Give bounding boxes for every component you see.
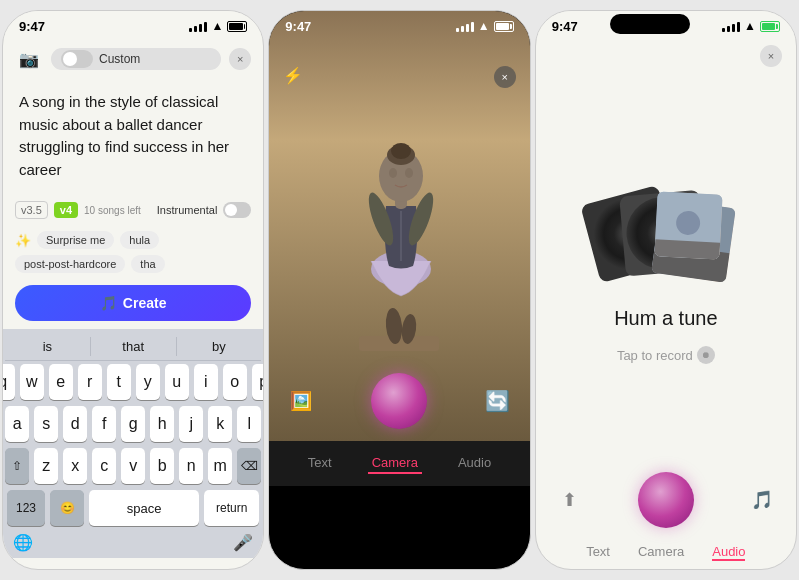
battery-icon-3 [760, 21, 780, 32]
key-m[interactable]: m [208, 448, 232, 484]
key-space[interactable]: space [89, 490, 199, 526]
signal-icon-3 [722, 20, 740, 32]
instrumental-toggle[interactable] [223, 202, 251, 218]
key-c[interactable]: c [92, 448, 116, 484]
phone-hum-tune: 9:47 ▲ × [535, 10, 797, 570]
ballet-dancer-statue [329, 51, 469, 371]
key-a[interactable]: a [5, 406, 29, 442]
tag-tha[interactable]: tha [131, 255, 164, 273]
time-1: 9:47 [19, 19, 45, 34]
key-shift[interactable]: ⇧ [5, 448, 29, 484]
key-t[interactable]: t [107, 364, 131, 400]
key-f[interactable]: f [92, 406, 116, 442]
battery-icon-2 [494, 21, 514, 32]
tab-camera-hum[interactable]: Camera [638, 544, 684, 561]
key-r[interactable]: r [78, 364, 102, 400]
photo-graphic-2 [654, 191, 722, 259]
key-k[interactable]: k [208, 406, 232, 442]
status-icons-3: ▲ [722, 19, 780, 33]
key-numbers[interactable]: 123 [7, 490, 45, 526]
signal-icon-1 [189, 20, 207, 32]
upload-button[interactable]: ⬆ [552, 482, 588, 518]
tap-to-record-hint: Tap to record ⏺ [617, 346, 715, 364]
key-g[interactable]: g [121, 406, 145, 442]
key-u[interactable]: u [165, 364, 189, 400]
tag-hula[interactable]: hula [120, 231, 159, 249]
media-stack [601, 173, 731, 283]
wifi-icon-2: ▲ [478, 19, 490, 33]
record-button-large[interactable] [638, 472, 694, 528]
key-l[interactable]: l [237, 406, 261, 442]
key-return[interactable]: return [204, 490, 259, 526]
suggestion-that[interactable]: that [91, 337, 177, 356]
key-j[interactable]: j [179, 406, 203, 442]
hum-close-button[interactable]: × [760, 45, 782, 67]
key-b[interactable]: b [150, 448, 174, 484]
key-i[interactable]: i [194, 364, 218, 400]
key-e[interactable]: e [49, 364, 73, 400]
tab-camera[interactable]: Camera [368, 453, 422, 474]
key-d[interactable]: d [63, 406, 87, 442]
phone3-bottom-controls: ⬆ 🎵 [536, 464, 796, 540]
keyboard-extra-row: 🌐 🎤 [5, 529, 261, 556]
v4-badge[interactable]: v4 [54, 202, 78, 218]
phone2-bottom: Text Camera Audio [269, 441, 529, 486]
globe-icon[interactable]: 🌐 [13, 533, 33, 552]
tab-audio-hum[interactable]: Audio [712, 544, 745, 561]
key-y[interactable]: y [136, 364, 160, 400]
key-o[interactable]: o [223, 364, 247, 400]
keyboard: is that by q w e r t y u i o p a s d [3, 329, 263, 558]
music-note-button[interactable]: 🎵 [744, 482, 780, 518]
gallery-button[interactable]: 🖼️ [285, 385, 317, 417]
microphone-icon[interactable]: 🎤 [233, 533, 253, 552]
camera-viewfinder: 🖼️ 🔄 [269, 11, 529, 441]
songs-left-text: 10 songs left [84, 205, 141, 216]
shutter-button[interactable] [371, 373, 427, 429]
time-2: 9:47 [285, 19, 311, 34]
key-v[interactable]: v [121, 448, 145, 484]
key-z[interactable]: z [34, 448, 58, 484]
camera-close-button[interactable]: × [494, 66, 516, 88]
tab-text-camera[interactable]: Text [304, 453, 336, 474]
key-h[interactable]: h [150, 406, 174, 442]
flip-camera-button[interactable]: 🔄 [482, 385, 514, 417]
svg-rect-18 [654, 239, 720, 259]
tag-post-post-hardcore[interactable]: post-post-hardcore [15, 255, 125, 273]
dynamic-island-3 [610, 14, 690, 34]
tab-text-hum[interactable]: Text [586, 544, 610, 561]
status-bar-1: 9:47 ▲ [3, 11, 263, 39]
suggestion-by[interactable]: by [177, 337, 262, 356]
status-icons-1: ▲ [189, 19, 247, 33]
key-x[interactable]: x [63, 448, 87, 484]
song-prompt-text[interactable]: A song in the style of classical music a… [3, 79, 263, 193]
key-n[interactable]: n [179, 448, 203, 484]
key-s[interactable]: s [34, 406, 58, 442]
time-3: 9:47 [552, 19, 578, 34]
flash-button[interactable]: ⚡ [283, 66, 303, 85]
key-delete[interactable]: ⌫ [237, 448, 261, 484]
instrumental-label: Instrumental [157, 204, 218, 216]
key-p[interactable]: p [252, 364, 264, 400]
tab-audio-camera[interactable]: Audio [454, 453, 495, 474]
tag-surprise-me[interactable]: Surprise me [37, 231, 114, 249]
phone1-toolbar: 📷 Custom × [3, 39, 263, 79]
phone1-close-button[interactable]: × [229, 48, 251, 70]
create-button[interactable]: 🎵 Create [15, 285, 251, 321]
keyboard-row-3: ⇧ z x c v b n m ⌫ [5, 445, 261, 487]
svg-point-10 [391, 143, 411, 159]
camera-tab-bar: Text Camera Audio [304, 447, 495, 478]
suggestion-is[interactable]: is [5, 337, 91, 356]
record-hint-icon: ⏺ [697, 346, 715, 364]
create-label: Create [123, 295, 167, 311]
version-badge[interactable]: v3.5 [15, 201, 48, 219]
signal-icon-2 [456, 20, 474, 32]
custom-toggle-switch[interactable] [61, 50, 93, 68]
svg-point-11 [389, 168, 397, 178]
key-w[interactable]: w [20, 364, 44, 400]
create-icon: 🎵 [100, 295, 117, 311]
camera-toggle-button[interactable]: 📷 [15, 45, 43, 73]
svg-point-12 [405, 168, 413, 178]
key-q[interactable]: q [3, 364, 15, 400]
wifi-icon-3: ▲ [744, 19, 756, 33]
key-emoji[interactable]: 😊 [50, 490, 84, 526]
